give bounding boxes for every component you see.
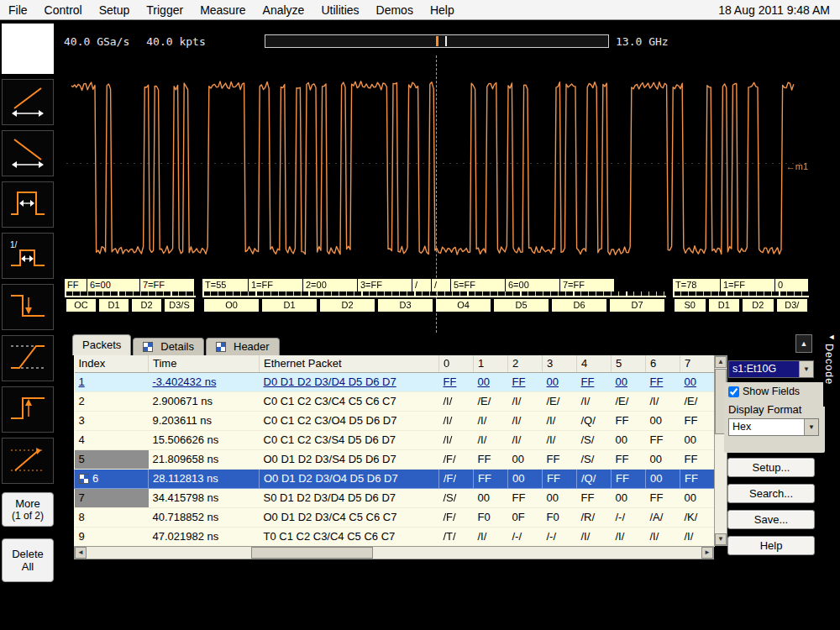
horizontal-scrollbar[interactable]: ◄ ► [74,546,714,559]
fall-edge-button[interactable] [2,284,54,330]
column-header: 1 [474,355,508,372]
packet-row-9[interactable]: 947.021982 nsT0 C1 C2 C3/C4 C5 C6 C7/T//… [75,527,715,546]
packet-row-7[interactable]: 734.415798 nsS0 D1 D2 D3/D4 D5 D6 D7/S/0… [75,488,715,507]
menu-item-file[interactable]: File [0,1,36,19]
packet-row-3[interactable]: 39.203611 nsC0 C1 C2 C3/O4 D5 D6 D7/I//I… [75,411,715,430]
packet-row-4[interactable]: 415.506626 nsC0 C1 C2 C3/S4 D5 D6 D7/I//… [75,430,715,449]
packet-row-2[interactable]: 22.900671 nsC0 C1 C2 C3/C4 C5 C6 C7/I//E… [75,391,715,411]
cell-byte: /I/ [577,527,612,546]
cell-byte: /I/ [508,411,543,430]
decode-source-value: s1:Et10G [729,361,799,377]
cell-packet: C0 C1 C2 C3/C4 C5 C6 C7 [260,391,439,411]
delta-time-rising-icon [8,84,47,121]
menu-item-trigger[interactable]: Trigger [138,1,192,19]
help-button[interactable]: Help [727,536,815,555]
cell-byte: /I/ [439,411,474,430]
tab-details[interactable]: Details [133,338,204,355]
cell-time: 34.415798 ns [149,488,260,507]
rise-edge-button[interactable] [2,386,54,433]
show-fields-row[interactable]: Show Fields [728,386,821,397]
bus-value: FF [65,279,87,291]
show-fields-checkbox[interactable] [728,386,739,397]
menu-item-help[interactable]: Help [422,1,463,19]
bus-value: / [432,279,450,291]
rise-time-button[interactable] [2,335,54,381]
packet-row-1[interactable]: 1-3.402432 nsD0 D1 D2 D3/D4 D5 D6 D7FF00… [75,372,715,391]
cell-byte: /-/ [612,507,646,527]
chevron-down-icon[interactable]: ▼ [799,361,813,377]
cell-index: 5 [75,449,149,469]
packet-row-8[interactable]: 840.718852 nsO0 D1 D2 D3/C4 C5 C6 C7/F/F… [75,507,715,527]
delta-time-rising-button[interactable] [2,79,54,125]
bus-ruler [202,291,666,297]
delete-all-button[interactable]: Delete All [2,538,54,582]
marker-m1[interactable]: ←m1 [786,161,808,171]
bus-ruler [65,291,196,297]
bus-label: D3 [378,299,433,312]
bus-segment-1: FF6=007=FFOCD1D2D3/S [65,279,196,312]
packet-table-head-row: IndexTimeEthernet Packet01234567 [75,355,715,372]
toolbar-blank-panel [2,24,54,74]
menu-item-control[interactable]: Control [36,1,91,19]
more-button[interactable]: More (1 of 2) [2,492,54,527]
selected-row-icon [79,474,89,484]
menu-item-measure[interactable]: Measure [192,1,254,19]
slope-levels-button[interactable] [2,438,54,484]
timebase-window-marker[interactable] [445,36,447,46]
bus-values-row: T=551=FF2=003=FF//5=FF6=007=FF [202,279,666,291]
decode-source-select[interactable]: s1:Et10G ▼ [728,360,814,378]
display-format-select[interactable]: Hex ▼ [728,418,819,436]
scroll-up-icon[interactable]: ▲ [715,356,727,368]
bus-ruler [673,291,809,297]
side-buttons: Setup...Search...Save...Help [727,458,815,562]
packet-row-5[interactable]: 521.809658 nsO0 D1 D2 D3/S4 D5 D6 D7/F/F… [75,449,715,469]
cell-time: -3.402432 ns [149,372,260,391]
cell-byte: FF [543,449,577,469]
cell-byte: /F/ [439,507,474,527]
save-button[interactable]: Save... [727,510,815,529]
cell-byte: /I/ [577,391,612,411]
cell-packet: C0 C1 C2 C3/O4 D5 D6 D7 [260,411,439,430]
bus-label: D1 [709,299,740,312]
scroll-down-icon[interactable]: ▼ [715,533,727,545]
cell-byte: 00 [680,488,715,507]
bus-values-row: T=781=FF0 [673,279,809,291]
search-button[interactable]: Search... [727,484,815,503]
scroll-left-icon[interactable]: ◄ [75,547,87,559]
clock-readout: 18 Aug 2011 9:48 AM [718,3,840,17]
scroll-to-top-button[interactable]: ▲ [795,334,812,353]
delete-all-label-1: Delete [3,548,53,560]
tab-header[interactable]: Header [206,338,280,355]
tab-packets[interactable]: Packets [72,334,131,355]
bus-value: 2=00 [303,279,357,291]
tab-label: Details [160,340,194,353]
menu-item-demos[interactable]: Demos [368,1,422,19]
oscilloscope-app: FileControlSetupTriggerMeasureAnalyzeUti… [0,0,840,630]
menu-item-setup[interactable]: Setup [91,1,139,19]
decode-side-tab[interactable]: ◄ Decode [823,333,840,407]
timebase-position-track[interactable] [265,34,609,48]
cell-byte: FF [543,469,577,488]
pulse-width-button[interactable] [2,181,54,228]
cell-packet: O0 D1 D2 D3/C4 C5 C6 C7 [260,507,439,527]
cell-byte: /E/ [543,391,577,411]
menu-item-utilities[interactable]: Utilities [312,1,367,19]
cell-byte: 00 [543,488,577,507]
horizontal-scroll-thumb[interactable] [251,547,373,559]
chevron-down-icon[interactable]: ▼ [804,419,818,435]
delta-time-falling-button[interactable] [2,130,54,176]
cell-byte: /I/ [646,391,680,411]
packet-row-6[interactable]: 628.112813 nsO0 D1 D2 D3/O4 D5 D6 D7/F/F… [75,469,715,488]
cell-byte: 0F [508,507,543,527]
setup-button[interactable]: Setup... [727,458,815,477]
column-header: 2 [508,355,543,372]
cell-byte: FF [646,372,680,391]
cell-byte: FF [439,372,474,391]
period-button[interactable]: 1/ [2,233,54,279]
bus-value: 7=FF [140,279,194,291]
cell-byte: /R/ [577,507,612,527]
cell-byte: FF [577,488,612,507]
timebase-position-marker[interactable] [436,36,438,46]
scroll-right-icon[interactable]: ► [701,547,713,559]
menu-item-analyze[interactable]: Analyze [255,1,313,19]
